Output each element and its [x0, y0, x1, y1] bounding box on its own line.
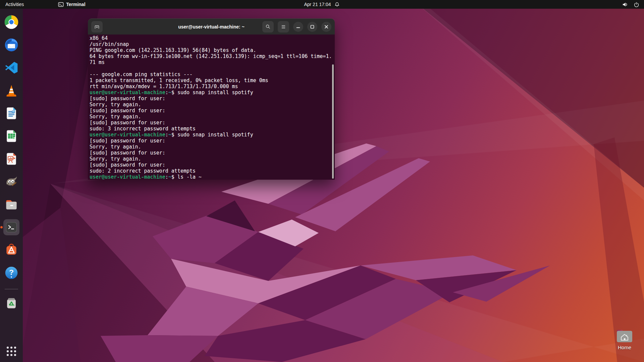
terminal-line: Sorry, try again.	[90, 144, 333, 150]
terminal-scrollbar[interactable]	[332, 64, 334, 179]
libreoffice-impress-icon	[4, 152, 19, 166]
maximize-button[interactable]	[307, 22, 317, 32]
dock-item-vscode[interactable]	[3, 60, 19, 76]
terminal-line: rtt min/avg/max/mdev = 1.713/1.713/1.713…	[90, 83, 333, 89]
terminal-line: PING google.com (142.251.163.139) 56(84)…	[90, 47, 333, 53]
dock-item-gimp[interactable]	[3, 174, 19, 190]
activities-button[interactable]: Activities	[0, 0, 30, 9]
terminal-titlebar[interactable]: user@user-virtual-machine: ~	[88, 18, 335, 35]
focused-app-name: Terminal	[66, 2, 85, 7]
terminal-line: 1 packets transmitted, 1 received, 0% pa…	[90, 77, 333, 83]
files-icon	[4, 197, 19, 212]
thunderbird-icon	[4, 38, 19, 52]
terminal-line: /usr/bin/snap	[90, 41, 333, 47]
help-icon: ?	[4, 265, 19, 280]
minimize-button[interactable]	[293, 22, 303, 32]
maximize-icon	[310, 24, 315, 29]
terminal-line: 71 ms	[90, 59, 333, 65]
terminal-output: x86_64/usr/bin/snapPING google.com (142.…	[90, 35, 333, 180]
terminal-line: sudo: 3 incorrect password attempts	[90, 126, 333, 132]
trash-icon	[4, 296, 19, 311]
terminal-content[interactable]: x86_64/usr/bin/snapPING google.com (142.…	[88, 35, 335, 180]
vscode-icon	[4, 60, 19, 75]
dock-item-files[interactable]	[3, 196, 19, 213]
dock-item-libreoffice-writer[interactable]	[3, 105, 19, 121]
dock-item-chrome[interactable]	[3, 14, 19, 30]
dock-item-libreoffice-impress[interactable]	[3, 151, 19, 167]
window-title: user@user-virtual-machine: ~	[178, 24, 245, 29]
dock-item-vlc[interactable]	[3, 82, 19, 99]
notification-bell-icon	[334, 2, 340, 7]
terminal-line: Sorry, try again.	[90, 102, 333, 108]
vlc-icon	[4, 83, 19, 98]
dock: ?	[0, 9, 23, 362]
terminal-line: [sudo] password for user:	[90, 120, 333, 126]
terminal-line: user@user-virtual-machine:~$ sudo snap i…	[90, 132, 333, 138]
home-icon-label: Home	[618, 345, 631, 350]
libreoffice-calc-icon	[4, 129, 19, 143]
focused-app-menu[interactable]: Terminal	[58, 0, 85, 9]
google-chrome-icon	[4, 15, 19, 29]
dock-item-trash[interactable]	[3, 295, 19, 311]
dock-item-thunderbird[interactable]	[3, 37, 19, 53]
terminal-line: user@user-virtual-machine:~$ sudo snap i…	[90, 89, 333, 96]
clock-menu[interactable]: Apr 21 17:04	[304, 0, 340, 9]
terminal-line: [sudo] password for user:	[90, 138, 333, 144]
terminal-running-indicator	[0, 226, 3, 229]
terminal-icon	[4, 220, 19, 235]
terminal-app-icon	[58, 2, 64, 7]
ubuntu-software-icon	[4, 243, 19, 257]
dock-separator	[5, 289, 18, 289]
dock-item-libreoffice-calc[interactable]	[3, 128, 19, 144]
new-tab-button[interactable]	[91, 21, 103, 33]
terminal-line: [sudo] password for user:	[90, 150, 333, 156]
search-button[interactable]	[262, 21, 274, 33]
power-icon	[634, 2, 639, 7]
terminal-line: sudo: 2 incorrect password attempts	[90, 168, 333, 174]
terminal-line: user@user-virtual-machine:~$ ls -la ~	[90, 174, 333, 180]
volume-icon	[622, 2, 628, 7]
terminal-line: 64 bytes from wv-in-f139.1e100.net (142.…	[90, 53, 333, 59]
menu-button[interactable]	[278, 21, 289, 33]
home-folder-icon	[615, 328, 634, 343]
dock-item-ubuntu-software[interactable]	[3, 242, 19, 258]
system-status-menu[interactable]	[622, 0, 641, 9]
terminal-line: Sorry, try again.	[90, 114, 333, 120]
terminal-line: [sudo] password for user:	[90, 162, 333, 168]
hamburger-menu-icon	[280, 23, 287, 30]
show-applications-button[interactable]	[4, 344, 19, 359]
libreoffice-writer-icon	[4, 106, 19, 121]
clock-text: Apr 21 17:04	[304, 2, 331, 7]
top-bar: Activities Terminal Apr 21 17:04	[0, 0, 644, 9]
terminal-line: --- google.com ping statistics ---	[90, 71, 333, 77]
terminal-line	[90, 65, 333, 71]
new-tab-icon	[93, 23, 101, 31]
gimp-icon	[4, 174, 19, 189]
search-icon	[265, 23, 271, 30]
terminal-line: Sorry, try again.	[90, 156, 333, 162]
app-grid-icon	[4, 344, 19, 359]
terminal-line: [sudo] password for user:	[90, 96, 333, 102]
minimize-icon	[296, 24, 301, 29]
dock-item-help[interactable]: ?	[3, 265, 19, 281]
terminal-line: x86_64	[90, 35, 333, 41]
close-button[interactable]	[321, 22, 331, 32]
terminal-window: user@user-virtual-machine: ~	[88, 18, 335, 180]
svg-text:?: ?	[9, 268, 14, 277]
terminal-line: [sudo] password for user:	[90, 108, 333, 114]
dock-item-terminal[interactable]	[3, 219, 19, 235]
desktop-home-icon[interactable]: Home	[610, 328, 639, 350]
close-icon	[324, 24, 329, 29]
